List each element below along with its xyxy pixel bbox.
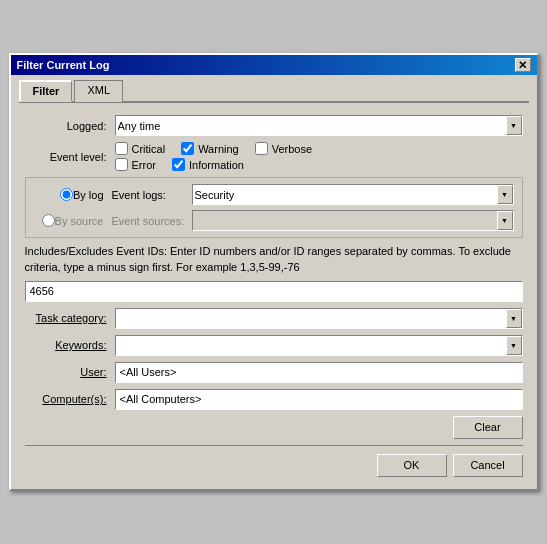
dialog-title: Filter Current Log xyxy=(17,59,110,71)
keywords-combobox[interactable] xyxy=(115,335,523,356)
checkbox-error-label: Error xyxy=(132,159,156,171)
by-log-radio-container[interactable]: By log xyxy=(34,188,112,201)
checkbox-verbose-input[interactable] xyxy=(255,142,268,155)
event-level-label: Event level: xyxy=(25,151,115,163)
by-source-radio-container[interactable]: By source xyxy=(34,214,112,227)
checkboxes-row-1: Critical Warning Verbose xyxy=(115,142,523,155)
keywords-row: Keywords: xyxy=(25,335,523,356)
by-source-radio[interactable] xyxy=(42,214,55,227)
user-input[interactable] xyxy=(115,362,523,383)
checkbox-critical-label: Critical xyxy=(132,143,166,155)
checkbox-verbose[interactable]: Verbose xyxy=(255,142,312,155)
event-id-container xyxy=(25,281,523,302)
logged-row: Logged: Any time xyxy=(25,115,523,136)
tab-bar: Filter XML xyxy=(19,79,529,103)
task-category-row: Task category: xyxy=(25,308,523,329)
by-log-row: By log Event logs: Security xyxy=(34,184,514,205)
divider xyxy=(25,445,523,446)
user-row: User: xyxy=(25,362,523,383)
checkbox-error-input[interactable] xyxy=(115,158,128,171)
event-sources-select[interactable] xyxy=(193,211,497,230)
event-logs-label: Event logs: xyxy=(112,189,192,201)
checkbox-warning[interactable]: Warning xyxy=(181,142,239,155)
clear-button[interactable]: Clear xyxy=(453,416,523,439)
logged-combobox[interactable]: Any time xyxy=(115,115,523,136)
task-category-label: Task category: xyxy=(25,312,115,324)
logged-dropdown-icon[interactable] xyxy=(506,116,522,135)
task-category-select[interactable] xyxy=(116,309,506,328)
by-source-label: By source xyxy=(55,215,104,227)
ok-button[interactable]: OK xyxy=(377,454,447,477)
checkboxes-container: Critical Warning Verbose xyxy=(115,142,523,171)
task-category-dropdown-icon[interactable] xyxy=(506,309,522,328)
tab-xml[interactable]: XML xyxy=(74,80,123,102)
computers-input[interactable] xyxy=(115,389,523,410)
dialog-content: Filter XML Logged: Any time Event level: xyxy=(11,75,537,489)
checkbox-error[interactable]: Error xyxy=(115,158,156,171)
checkbox-information-label: Information xyxy=(189,159,244,171)
user-label: User: xyxy=(25,366,115,378)
by-log-label: By log xyxy=(73,189,104,201)
keywords-dropdown-icon[interactable] xyxy=(506,336,522,355)
description-text: Includes/Excludes Event IDs: Enter ID nu… xyxy=(25,244,523,275)
event-level-row: Event level: Critical Warning xyxy=(25,142,523,171)
checkbox-information-input[interactable] xyxy=(172,158,185,171)
checkbox-critical-input[interactable] xyxy=(115,142,128,155)
event-sources-combobox[interactable] xyxy=(192,210,514,231)
keywords-select[interactable] xyxy=(116,336,506,355)
action-buttons: OK Cancel xyxy=(25,454,523,477)
by-source-row: By source Event sources: xyxy=(34,210,514,231)
task-category-combobox[interactable] xyxy=(115,308,523,329)
checkbox-warning-label: Warning xyxy=(198,143,239,155)
event-sources-label: Event sources: xyxy=(112,215,192,227)
cancel-button[interactable]: Cancel xyxy=(453,454,523,477)
computers-row: Computer(s): xyxy=(25,389,523,410)
event-sources-dropdown-icon[interactable] xyxy=(497,211,513,230)
log-source-section: By log Event logs: Security By source xyxy=(25,177,523,238)
filter-tab-content: Logged: Any time Event level: Critical xyxy=(19,111,529,481)
computers-label: Computer(s): xyxy=(25,393,115,405)
checkbox-critical[interactable]: Critical xyxy=(115,142,166,155)
checkboxes-row-2: Error Information xyxy=(115,158,523,171)
logged-label: Logged: xyxy=(25,120,115,132)
checkbox-information[interactable]: Information xyxy=(172,158,244,171)
filter-dialog: Filter Current Log ✕ Filter XML Logged: … xyxy=(9,53,539,491)
checkbox-verbose-label: Verbose xyxy=(272,143,312,155)
event-logs-combobox[interactable]: Security xyxy=(192,184,514,205)
close-button[interactable]: ✕ xyxy=(515,58,531,72)
clear-button-row: Clear xyxy=(25,416,523,439)
title-bar: Filter Current Log ✕ xyxy=(11,55,537,75)
by-log-radio[interactable] xyxy=(60,188,73,201)
tab-filter[interactable]: Filter xyxy=(19,80,73,102)
checkbox-warning-input[interactable] xyxy=(181,142,194,155)
event-logs-select[interactable]: Security xyxy=(193,185,497,204)
event-id-input[interactable] xyxy=(25,281,523,302)
event-logs-dropdown-icon[interactable] xyxy=(497,185,513,204)
logged-select[interactable]: Any time xyxy=(116,116,506,135)
keywords-label: Keywords: xyxy=(25,339,115,351)
